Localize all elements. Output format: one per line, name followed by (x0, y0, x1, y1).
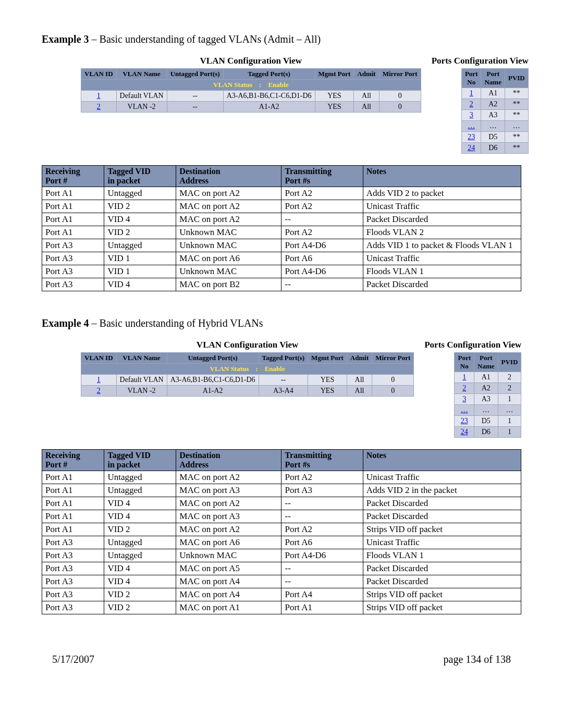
behave-cell: Port A1 (42, 523, 104, 536)
behave-cell: MAC on port A3 (176, 510, 282, 523)
behave-cell: Packet Discarded (363, 213, 521, 226)
behave-cell: Port A3 (42, 575, 104, 588)
behave-cell: -- (282, 278, 363, 291)
behave-cell: Unicast Traffic (363, 471, 521, 484)
behave-cell: VID 2 (104, 588, 176, 601)
port-no-link[interactable]: … (461, 406, 468, 414)
behave-row: Port A1VID 2MAC on port A2Port A2Strips … (42, 523, 521, 536)
behave-cell: Port A2 (282, 523, 363, 536)
example3-title: Example 3 – Basic understanding of tagge… (42, 33, 521, 45)
behave-cell: VID 2 (104, 226, 176, 239)
behave-cell: VID 4 (104, 510, 176, 523)
behave-cell: Packet Discarded (363, 497, 521, 510)
port-no-link[interactable]: 2 (470, 100, 473, 108)
example3-vlan-view-title: VLAN Configuration View (81, 56, 421, 66)
behave-row: Port A3UntaggedMAC on port A6Port A6Unic… (42, 536, 521, 549)
behave-cell: MAC on port A1 (176, 601, 282, 614)
behave-cell: Packet Discarded (363, 510, 521, 523)
behave-cell: VID 4 (104, 497, 176, 510)
port-no-link[interactable]: 2 (462, 384, 466, 392)
behave-cell: MAC on port A2 (176, 523, 282, 536)
vlan-h-name: VLAN Name (116, 69, 167, 80)
behave-cell: VID 1 (104, 265, 176, 278)
behave-cell: Port A4 (282, 588, 363, 601)
port-no-link[interactable]: 1 (462, 373, 466, 381)
behave-cell: MAC on port A2 (176, 497, 282, 510)
behave-cell: Unicast Traffic (363, 536, 521, 549)
behave-cell: Port A4-D6 (282, 549, 363, 562)
behave-row: Port A1VID 2Unknown MACPort A2Floods VLA… (42, 226, 521, 239)
example4-title-rest: – Basic understanding of Hybrid VLANs (89, 317, 263, 329)
vlan-id-link[interactable]: 1 (97, 376, 101, 384)
vlan-h-id: VLAN ID (81, 69, 117, 80)
behave-cell: Adds VID 1 to packet & Floods VLAN 1 (363, 239, 521, 252)
behave-row: Port A1UntaggedMAC on port A2Port A2Adds… (42, 187, 521, 200)
port-no-link[interactable]: 1 (470, 89, 473, 97)
port-no-link[interactable]: 23 (461, 417, 468, 425)
vlan-id-link[interactable]: 1 (97, 92, 101, 100)
ports-row: 24D6** (461, 143, 528, 154)
behave-cell: Port A1 (42, 213, 104, 226)
behave-cell: Port A1 (42, 510, 104, 523)
vlan-h-mirror: Mirror Port (379, 69, 421, 80)
behave-cell: MAC on port A2 (176, 471, 282, 484)
behave-cell: Strips VID off packet (363, 523, 521, 536)
behave-cell: Port A1 (42, 187, 104, 200)
behave-cell: Untagged (104, 187, 176, 200)
behave-cell: Port A3 (42, 588, 104, 601)
vlan-status-cell: VLAN Status : Enable (81, 80, 421, 91)
behave-cell: MAC on port A6 (176, 252, 282, 265)
behave-cell: Floods VLAN 2 (363, 226, 521, 239)
behave-cell: Port A3 (42, 536, 104, 549)
vlan-h-admit: Admit (354, 69, 379, 80)
vlan-h-untagged: Untagged Port(s) (167, 69, 223, 80)
behave-cell: MAC on port A2 (176, 200, 282, 213)
example3-behaviour-table: ReceivingPort # Tagged VIDin packet Dest… (42, 165, 521, 291)
behave-cell: Port A2 (282, 187, 363, 200)
behave-row: Port A3VID 4MAC on port A5--Packet Disca… (42, 562, 521, 575)
port-no-link[interactable]: 3 (470, 111, 473, 119)
behave-cell: -- (282, 510, 363, 523)
vlan-id-link[interactable]: 2 (97, 387, 101, 394)
behave-cell: Unknown MAC (176, 549, 282, 562)
behave-cell: VID 1 (104, 252, 176, 265)
example4-ports-view-title: Ports Configuration View (424, 340, 521, 350)
bh-dest: DestinationAddress (176, 166, 282, 187)
behave-row: Port A1VID 4MAC on port A2--Packet Disca… (42, 497, 521, 510)
behave-row: Port A3VID 4MAC on port B2--Packet Disca… (42, 278, 521, 291)
behave-row: Port A3VID 4MAC on port A4--Packet Disca… (42, 575, 521, 588)
vlan-h-tagged: Tagged Port(s) (223, 69, 315, 80)
behave-cell: Port A3 (42, 562, 104, 575)
behave-row: Port A1VID 4MAC on port A2--Packet Disca… (42, 213, 521, 226)
ports-h-pvid: PVID (505, 69, 528, 88)
footer-page: page 134 of 138 (444, 653, 511, 665)
ports-row: 2A2** (461, 99, 528, 110)
port-no-link[interactable]: 24 (468, 144, 475, 152)
port-no-link[interactable]: 3 (462, 395, 466, 403)
behave-cell: Port A3 (42, 601, 104, 614)
vlan-id-link[interactable]: 2 (97, 103, 101, 110)
bh-notes: Notes (363, 166, 521, 187)
port-no-link[interactable]: 24 (461, 428, 468, 436)
behave-row: Port A1UntaggedMAC on port A3Port A3Adds… (42, 484, 521, 497)
behave-cell: Port A1 (42, 471, 104, 484)
behave-row: Port A3UntaggedUnknown MACPort A4-D6Floo… (42, 549, 521, 562)
behave-cell: Port A3 (42, 239, 104, 252)
behave-cell: MAC on port A4 (176, 588, 282, 601)
ports-row: 1A12 (455, 372, 521, 383)
vlan-row: 2 VLAN -2 -- A1-A2 YES All 0 (81, 102, 421, 113)
behave-row: Port A1VID 4MAC on port A3--Packet Disca… (42, 510, 521, 523)
port-no-link[interactable]: … (468, 122, 475, 130)
behave-cell: Port A3 (42, 549, 104, 562)
behave-cell: Unicast Traffic (363, 200, 521, 213)
behave-cell: Unknown MAC (176, 265, 282, 278)
behave-cell: Packet Discarded (363, 562, 521, 575)
behave-cell: -- (282, 497, 363, 510)
behave-cell: Untagged (104, 484, 176, 497)
behave-cell: Packet Discarded (363, 278, 521, 291)
behave-row: Port A3VID 1MAC on port A6Port A6Unicast… (42, 252, 521, 265)
behave-cell: Port A3 (42, 278, 104, 291)
port-no-link[interactable]: 23 (468, 133, 475, 141)
bh-vid: Tagged VIDin packet (104, 166, 176, 187)
behave-cell: Untagged (104, 536, 176, 549)
